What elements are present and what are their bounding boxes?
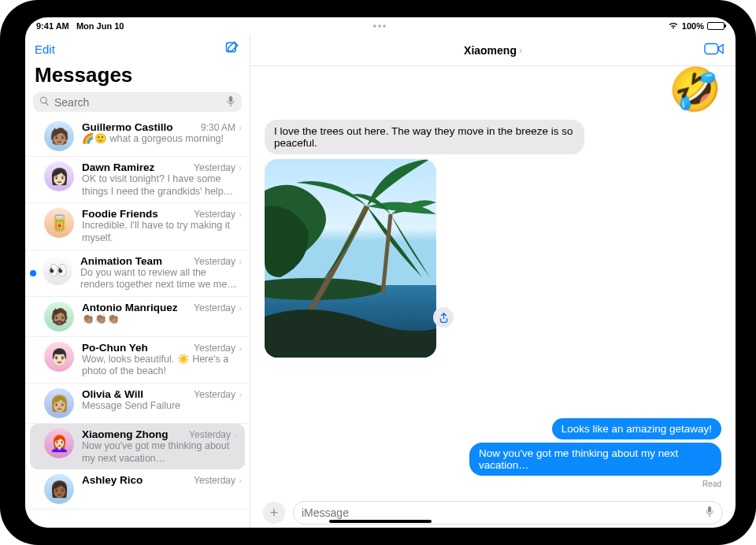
search-icon	[39, 96, 50, 109]
multitask-dots[interactable]: •••	[373, 20, 388, 32]
avatar: 👨🏻	[44, 342, 74, 372]
conversation-time: Yesterday ›	[194, 256, 242, 267]
conversation-item[interactable]: 👩🏼Olivia & WillYesterday ›Message Send F…	[25, 384, 250, 424]
conversation-time: Yesterday ›	[194, 475, 242, 486]
status-time-date: 9:41 AM Mon Jun 10	[36, 21, 124, 31]
avatar: 👀	[43, 255, 72, 285]
conversation-name: Guillermo Castillo	[82, 121, 173, 133]
conversation-time: Yesterday ›	[194, 343, 242, 354]
avatar: 🧑🏽	[44, 121, 74, 151]
incoming-photo[interactable]	[265, 159, 436, 358]
chat-contact-name: Xiaomeng	[464, 44, 517, 57]
conversation-preview: Now you've got me thinking about my next…	[82, 440, 237, 465]
conversation-preview: OK to visit tonight? I have some things …	[82, 173, 242, 198]
battery-percent: 100%	[682, 21, 704, 31]
conversation-name: Olivia & Will	[82, 388, 143, 400]
avatar: 🧔🏽	[44, 302, 74, 332]
conversation-name: Foodie Friends	[82, 208, 158, 220]
avatar: 👩🏾	[44, 474, 74, 504]
message-composer: +	[250, 496, 736, 528]
conversation-time: Yesterday ›	[189, 429, 237, 440]
conversation-item[interactable]: 🥫Foodie FriendsYesterday ›Incredible. I'…	[25, 203, 250, 250]
conversation-preview: 👏🏽👏🏽👏🏽	[82, 313, 242, 326]
chevron-right-icon: ›	[519, 45, 522, 56]
chat-contact-button[interactable]: Xiaomeng ›	[464, 44, 522, 57]
home-indicator[interactable]	[329, 520, 432, 523]
battery-icon	[707, 22, 724, 30]
facetime-button[interactable]	[704, 41, 724, 60]
conversation-item[interactable]: 🧔🏽Antonio ManriquezYesterday ›👏🏽👏🏽👏🏽	[25, 297, 250, 337]
conversation-preview: 🌈🙂 what a gorgeous morning!	[82, 133, 242, 146]
chat-body[interactable]: 🤣 I love the trees out here. The way the…	[250, 66, 736, 496]
status-bar: 9:41 AM Mon Jun 10 ••• 100%	[25, 17, 736, 35]
conversation-item[interactable]: 👩🏾Ashley RicoYesterday ›	[25, 469, 250, 510]
search-input[interactable]	[33, 92, 242, 112]
read-receipt: Read	[702, 480, 721, 488]
status-time: 9:41 AM	[36, 21, 69, 31]
compose-button[interactable]	[224, 39, 240, 58]
conversation-name: Animation Team	[80, 255, 162, 267]
conversation-preview: Wow, looks beautiful. ☀️ Here's a photo …	[82, 354, 242, 378]
conversation-preview: Incredible. I'll have to try making it m…	[82, 220, 242, 244]
message-text-field[interactable]	[302, 506, 699, 519]
conversation-list[interactable]: 🧑🏽Guillermo Castillo9:30 AM ›🌈🙂 what a g…	[25, 117, 250, 528]
dictate-icon[interactable]	[226, 95, 235, 109]
chat-header: Xiaomeng ›	[250, 35, 736, 66]
conversation-preview: Do you want to review all the renders to…	[80, 267, 242, 291]
conversation-item[interactable]: 👀Animation TeamYesterday ›Do you want to…	[25, 250, 250, 297]
conversation-time: Yesterday ›	[194, 302, 242, 313]
conversation-time: Yesterday ›	[194, 209, 242, 220]
conversation-time: Yesterday ›	[194, 162, 242, 173]
incoming-message[interactable]: I love the trees out here. The way they …	[265, 120, 584, 154]
edit-button[interactable]: Edit	[35, 43, 55, 56]
outgoing-message[interactable]: Looks like an amazing getaway!	[552, 418, 721, 439]
avatar: 👩🏻	[44, 161, 74, 191]
conversation-item[interactable]: 👩🏻Dawn RamirezYesterday ›OK to visit ton…	[25, 157, 250, 203]
conversation-sidebar: Edit Messages 🧑🏽Guillermo Castillo9:30 A…	[25, 35, 250, 528]
avatar: 👩🏼	[44, 388, 74, 418]
conversation-preview: Message Send Failure	[82, 400, 242, 413]
conversation-name: Ashley Rico	[82, 474, 143, 486]
tapback-emoji[interactable]: 🤣	[669, 68, 721, 110]
conversation-name: Xiaomeng Zhong	[82, 428, 169, 440]
conversation-item[interactable]: 👩🏻‍🦰Xiaomeng ZhongYesterday ›Now you've …	[30, 424, 245, 469]
search-field[interactable]	[54, 96, 221, 109]
conversation-time: 9:30 AM ›	[201, 122, 242, 133]
conversation-item[interactable]: 🧑🏽Guillermo Castillo9:30 AM ›🌈🙂 what a g…	[25, 117, 250, 157]
share-photo-button[interactable]	[433, 307, 454, 328]
avatar: 🥫	[44, 208, 74, 238]
svg-rect-1	[705, 44, 718, 54]
conversation-name: Dawn Ramirez	[82, 161, 154, 173]
wifi-icon	[668, 21, 679, 31]
dictate-icon[interactable]	[705, 506, 714, 520]
conversation-name: Po-Chun Yeh	[82, 342, 148, 354]
outgoing-group: Looks like an amazing getaway! Now you'v…	[469, 418, 721, 488]
avatar: 👩🏻‍🦰	[44, 428, 74, 458]
conversation-name: Antonio Manriquez	[82, 302, 178, 313]
apps-button[interactable]: +	[263, 502, 285, 524]
outgoing-message[interactable]: Now you've got me thinking about my next…	[469, 443, 721, 476]
unread-dot	[30, 270, 36, 276]
conversation-item[interactable]: 👨🏻Po-Chun YehYesterday ›Wow, looks beaut…	[25, 337, 250, 384]
conversation-time: Yesterday ›	[194, 389, 242, 400]
chat-pane: Xiaomeng › 🤣 I love the trees out here. …	[250, 35, 736, 528]
status-date: Mon Jun 10	[76, 21, 124, 31]
sidebar-title: Messages	[25, 61, 250, 92]
